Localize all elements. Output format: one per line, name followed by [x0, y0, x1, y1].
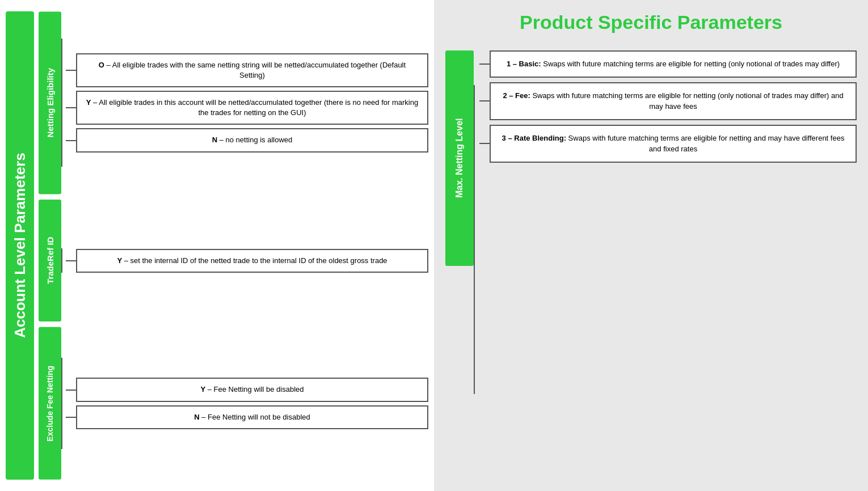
traderef-boxes: Y – set the internal ID of the netted tr… — [61, 200, 428, 321]
box-n2: N – Fee Netting will not be disabled — [76, 405, 428, 429]
box-wrapper-n1: N – no netting is allowed — [66, 128, 428, 152]
box-wrapper-n2: N – Fee Netting will not be disabled — [66, 405, 428, 429]
fee-netting-section: Exclude Fee Netting Y – Fee Netting will… — [39, 327, 428, 480]
right-panel: Product Specific Parameters Max. Netting… — [434, 0, 868, 491]
box-wrapper-o: O – All eligible trades with the same ne… — [66, 53, 428, 87]
netting-eligibility-label: Netting Eligibility — [39, 11, 61, 194]
right-panel-title: Product Specific Parameters — [445, 11, 857, 39]
right-box-wrapper-1: 1 – Basic: Swaps with future matching te… — [479, 50, 857, 78]
box-wrapper-y3: Y – Fee Netting will be disabled — [66, 378, 428, 401]
box-y1: Y – All eligible trades in this account … — [76, 91, 428, 125]
right-content: Max. Netting Level 1 – Basic: Swaps with… — [445, 50, 857, 480]
box-y3: Y – Fee Netting will be disabled — [76, 378, 428, 401]
box-o: O – All eligible trades with the same ne… — [76, 53, 428, 87]
box-wrapper-y2: Y – set the internal ID of the netted tr… — [66, 249, 428, 273]
box-wrapper-y1: Y – All eligible trades in this account … — [66, 91, 428, 125]
fee-netting-label: Exclude Fee Netting — [39, 327, 61, 480]
traderef-section: TradeRef ID Y – set the internal ID of t… — [39, 200, 428, 321]
netting-eligibility-section: Netting Eligibility O – All eligible tra… — [39, 11, 428, 194]
account-level-label: Account Level Parameters — [6, 11, 34, 480]
left-content: Netting Eligibility O – All eligible tra… — [34, 11, 428, 480]
box-y2: Y – set the internal ID of the netted tr… — [76, 249, 428, 273]
left-panel: Account Level Parameters Netting Eligibi… — [0, 0, 434, 491]
box-n1: N – no netting is allowed — [76, 128, 428, 152]
traderef-label: TradeRef ID — [39, 200, 61, 321]
right-box-2: 2 – Fee: Swaps with future matching term… — [490, 82, 857, 120]
right-boxes: 1 – Basic: Swaps with future matching te… — [474, 50, 857, 480]
right-box-wrapper-3: 3 – Rate Blending: Swaps with future mat… — [479, 125, 857, 163]
netting-eligibility-boxes: O – All eligible trades with the same ne… — [61, 11, 428, 194]
right-box-1: 1 – Basic: Swaps with future matching te… — [490, 50, 857, 78]
max-netting-label: Max. Netting Level — [445, 50, 474, 266]
right-box-wrapper-2: 2 – Fee: Swaps with future matching term… — [479, 82, 857, 120]
right-box-3: 3 – Rate Blending: Swaps with future mat… — [490, 125, 857, 163]
fee-netting-boxes: Y – Fee Netting will be disabled N – Fee… — [61, 327, 428, 480]
